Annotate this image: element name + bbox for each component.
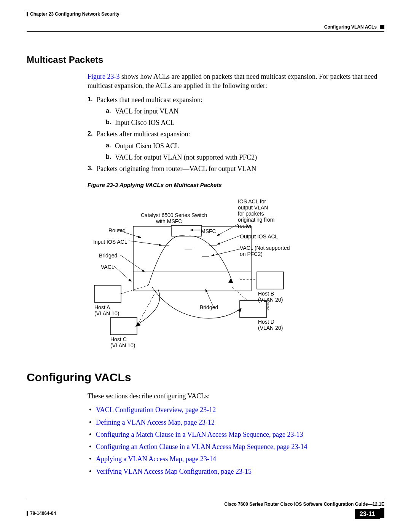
- heading-configuring-vacls: Configuring VACLs: [27, 371, 384, 384]
- label-bridged: Bridged: [99, 252, 117, 259]
- heading-multicast-packets: Multicast Packets: [27, 54, 384, 65]
- s2-intro: These sections describe configuring VACL…: [88, 391, 384, 401]
- label-vlan10a: (VLAN 10): [94, 310, 119, 317]
- list-item: a.VACL for input VLAN: [106, 107, 384, 116]
- list-item: VACL Configuration Overview, page 23-12: [88, 405, 384, 414]
- xref-action-clause[interactable]: Configuring an Action Clause in a VLAN A…: [96, 443, 307, 451]
- label-output-ios: Output IOS ACL: [240, 233, 278, 240]
- guide-title: Cisco 7600 Series Router Cisco IOS Softw…: [224, 502, 384, 507]
- svg-line-14: [232, 287, 247, 300]
- item1b-text: Input Cisco IOS ACL: [115, 119, 175, 126]
- label-vlan10c: (VLAN 10): [110, 342, 135, 349]
- list-marker: 1.: [88, 95, 92, 104]
- page-number: 23-11: [355, 509, 380, 519]
- item2a-text: Output Cisco IOS ACL: [115, 142, 179, 150]
- xref-applying-map[interactable]: Applying a VLAN Access Map, page 23-14: [96, 455, 216, 463]
- label-iosout5: router: [238, 222, 252, 230]
- list-item: b.VACL for output VLAN (not supported wi…: [106, 153, 384, 162]
- svg-line-12: [137, 291, 156, 326]
- svg-line-22: [211, 249, 240, 256]
- list-marker: b.: [106, 118, 111, 126]
- list-marker: a.: [106, 141, 111, 150]
- item1a-text: VACL for input VLAN: [115, 107, 178, 115]
- list-item: Configuring a Match Clause in a VLAN Acc…: [88, 430, 384, 439]
- label-vlan20b: (VLAN 20): [258, 296, 283, 304]
- list-item: 3. Packets originating from router—VACL …: [88, 164, 384, 173]
- item2-text: Packets after multicast expansion:: [97, 130, 190, 138]
- list-marker: b.: [106, 153, 111, 161]
- xref-match-clause[interactable]: Configuring a Match Clause in a VLAN Acc…: [96, 431, 303, 438]
- xref-verifying-config[interactable]: Verifying VLAN Access Map Configuration,…: [96, 468, 252, 475]
- list-marker: a.: [106, 107, 111, 115]
- list-item: a.Output Cisco IOS ACL: [106, 141, 384, 150]
- label-vlan20d: (VLAN 20): [258, 324, 283, 332]
- item2b-text: VACL for output VLAN (not supported with…: [115, 153, 257, 161]
- list-item: Verifying VLAN Access Map Configuration,…: [88, 467, 384, 476]
- footer-tick-icon: [27, 511, 28, 516]
- label-msfc: MSFC: [201, 228, 216, 235]
- header-rule: [27, 31, 384, 32]
- label-withmsfc: with MSFC: [156, 218, 182, 225]
- list-marker: 3.: [88, 164, 92, 173]
- doc-number: 78-14064-04: [30, 511, 56, 516]
- header-square-icon: [380, 25, 384, 29]
- label-figid: 26965: [266, 300, 270, 310]
- svg-line-17: [120, 255, 145, 272]
- list-marker: 2.: [88, 129, 92, 138]
- intro-para: Figure 23-3 shows how ACLs are applied o…: [88, 72, 384, 91]
- page-footer: 78-14064-04 Cisco 7600 Series Router Cis…: [27, 499, 384, 519]
- label-bridged2: Bridged: [200, 304, 218, 311]
- footer-square-icon: [380, 508, 384, 518]
- svg-line-16: [129, 241, 162, 245]
- item1-text: Packets that need multicast expansion:: [97, 96, 202, 104]
- svg-rect-1: [171, 225, 202, 236]
- label-vacl: VACL: [101, 264, 115, 271]
- figure-caption: Figure 23-3 Applying VACLs on Multicast …: [88, 181, 384, 189]
- label-vaclns2: on PFC2): [240, 251, 263, 258]
- list-item: b.Input Cisco IOS ACL: [106, 118, 384, 127]
- header-tick-icon: [27, 12, 28, 16]
- label-input-ios: Input IOS ACL: [93, 238, 127, 246]
- xref-defining-access-map[interactable]: Defining a VLAN Access Map, page 23-12: [96, 419, 215, 426]
- svg-rect-8: [110, 318, 137, 335]
- svg-line-21: [217, 236, 240, 244]
- list-item: Defining a VLAN Access Map, page 23-12: [88, 418, 384, 427]
- label-routed: Routed: [108, 227, 126, 234]
- list-item: 1. Packets that need multicast expansion…: [88, 95, 384, 128]
- list-item: Configuring an Action Clause in a VLAN A…: [88, 442, 384, 451]
- running-header: Chapter 23 Configuring Network Security: [27, 11, 384, 17]
- section-label: Configuring VLAN ACLs: [324, 24, 377, 30]
- svg-line-11: [121, 285, 148, 294]
- figure-ref-link[interactable]: Figure 23-3: [88, 73, 120, 80]
- list-item: Applying a VLAN Access Map, page 23-14: [88, 454, 384, 463]
- ordered-list: 1. Packets that need multicast expansion…: [88, 95, 384, 174]
- link-list: VACL Configuration Overview, page 23-12 …: [88, 405, 384, 476]
- xref-vacl-overview[interactable]: VACL Configuration Overview, page 23-12: [96, 406, 216, 414]
- intro-text: shows how ACLs are applied on packets th…: [88, 73, 377, 89]
- svg-rect-9: [257, 272, 284, 289]
- list-item: 2. Packets after multicast expansion: a.…: [88, 129, 384, 162]
- chapter-label: Chapter 23 Configuring Network Security: [30, 11, 119, 17]
- item3-text: Packets originating from router—VACL for…: [97, 165, 256, 173]
- page: Chapter 23 Configuring Network Security …: [0, 0, 411, 530]
- figure-diagram: Catalyst 6500 Series Switch with MSFC Ro…: [88, 196, 301, 348]
- svg-line-18: [114, 266, 131, 281]
- svg-rect-7: [94, 285, 121, 302]
